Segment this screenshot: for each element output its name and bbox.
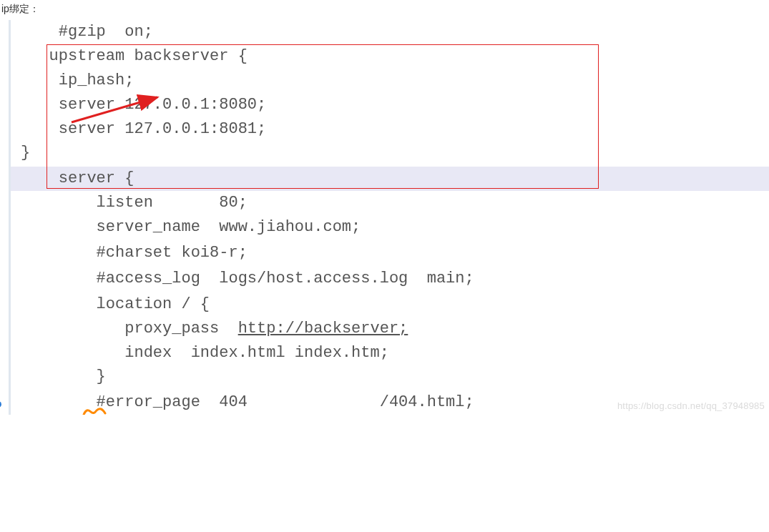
code-line: #error_page 404 /404.html;: [11, 390, 769, 415]
code-line: }: [11, 365, 769, 389]
code-line: proxy_pass http://backserver;: [11, 317, 769, 341]
code-line-highlighted: server {: [11, 167, 769, 191]
code-line: #gzip on;: [11, 20, 769, 44]
code-line: server 127.0.0.1:8080;: [11, 93, 769, 117]
proxy-pass-link[interactable]: http://backserver;: [238, 320, 408, 338]
code-line: location / {: [11, 292, 769, 317]
code-text: proxy_pass: [21, 320, 238, 338]
code-line: #charset koi8-r;: [11, 241, 769, 265]
section-heading: ip绑定：: [1, 3, 769, 16]
code-line: ip_hash;: [11, 69, 769, 93]
code-block: #gzip on; upstream backserver { ip_hash;…: [9, 20, 769, 415]
code-line: server 127.0.0.1:8081;: [11, 117, 769, 142]
code-line: #access_log logs/host.access.log main;: [11, 267, 769, 291]
gutter-dot-icon: [0, 401, 1, 408]
code-line: listen 80;: [11, 191, 769, 215]
code-line: upstream backserver {: [11, 44, 769, 69]
code-line: server_name www.jiahou.com;: [11, 215, 769, 240]
code-line: }: [11, 141, 769, 165]
code-line: index index.html index.htm;: [11, 341, 769, 365]
